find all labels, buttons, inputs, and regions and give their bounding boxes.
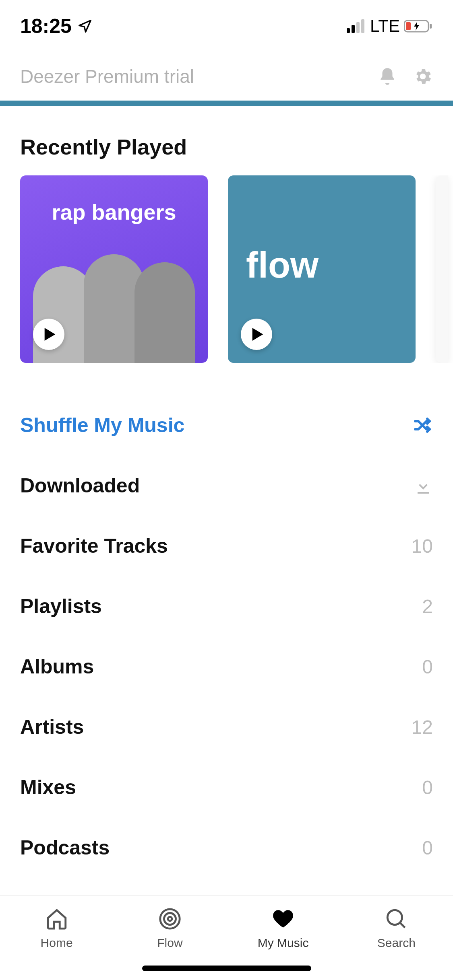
row-label: Podcasts [20,836,110,859]
home-icon [45,907,68,931]
list-item-artists[interactable]: Artists 12 [0,697,453,757]
status-right: LTE [347,16,433,36]
card-title: flow [246,245,319,286]
status-left: 18:25 [20,14,93,38]
row-label: Mixes [20,776,76,799]
search-icon [385,907,408,931]
row-count: 0 [422,776,433,799]
flow-icon [158,907,182,931]
svg-point-9 [168,917,172,921]
status-time: 18:25 [20,14,72,38]
recent-card-rap-bangers[interactable]: rap bangers [20,175,208,363]
my-music-list: Shuffle My Music Downloaded Favorite Tra… [0,395,453,878]
row-count: 0 [422,656,433,678]
svg-rect-2 [356,22,360,33]
row-count: 12 [412,716,433,738]
tab-label: Flow [157,936,182,950]
list-item-mixes[interactable]: Mixes 0 [0,757,453,817]
svg-rect-5 [406,22,411,30]
tab-search[interactable]: Search [340,907,453,950]
svg-rect-0 [347,28,350,33]
svg-point-8 [164,913,176,925]
row-count: 2 [422,595,433,618]
download-icon [414,476,433,495]
tab-label: Search [377,936,416,950]
card-title: rap bangers [20,200,208,224]
signal-icon [347,19,366,33]
row-label: Playlists [20,595,102,618]
heart-icon [271,907,295,931]
recent-card-flow[interactable]: flow [228,175,416,363]
svg-point-10 [388,910,402,924]
list-item-favorite-tracks[interactable]: Favorite Tracks 10 [0,516,453,576]
svg-line-11 [400,923,405,928]
play-button[interactable] [241,319,272,350]
location-icon [77,19,93,34]
network-label: LTE [370,16,400,36]
tab-label: My Music [258,936,309,950]
bell-icon[interactable] [377,66,397,86]
row-label: Albums [20,655,94,678]
tab-my-music[interactable]: My Music [227,907,340,950]
status-bar: 18:25 LTE [0,0,453,52]
recently-played-title: Recently Played [20,134,453,159]
app-header: Deezer Premium trial [0,52,453,101]
svg-rect-1 [352,25,355,33]
row-count: 10 [412,535,433,557]
home-indicator[interactable] [142,966,311,971]
gear-icon[interactable] [413,66,433,86]
row-count: 0 [422,837,433,859]
row-label: Shuffle My Music [20,414,184,437]
row-label: Favorite Tracks [20,534,168,558]
battery-icon [404,19,433,33]
list-item-podcasts[interactable]: Podcasts 0 [0,817,453,878]
recently-played-row[interactable]: rap bangers flow [0,175,453,363]
list-item-albums[interactable]: Albums 0 [0,636,453,697]
header-title: Deezer Premium trial [20,66,194,87]
tab-label: Home [41,936,73,950]
recent-card-partial[interactable] [436,175,448,363]
shuffle-my-music[interactable]: Shuffle My Music [0,395,453,455]
svg-rect-3 [361,19,364,33]
shuffle-icon [414,416,433,435]
svg-rect-6 [430,24,432,29]
tab-flow[interactable]: Flow [113,907,226,950]
list-item-playlists[interactable]: Playlists 2 [0,576,453,636]
row-label: Downloaded [20,474,140,497]
list-item-downloaded[interactable]: Downloaded [0,455,453,516]
row-label: Artists [20,715,84,739]
progress-bar [0,101,453,106]
tab-home[interactable]: Home [0,907,113,950]
play-icon [252,328,263,341]
play-icon [44,328,56,341]
play-button[interactable] [33,319,64,350]
